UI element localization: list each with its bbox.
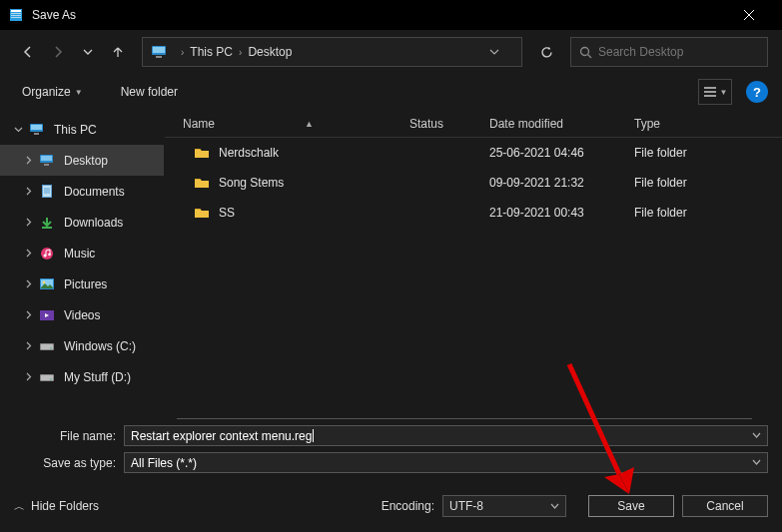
file-row[interactable]: Song Stems09-09-2021 21:32File folder	[165, 168, 782, 198]
filename-dropdown[interactable]	[752, 431, 761, 440]
svg-rect-20	[44, 164, 49, 166]
nav-item-music[interactable]: Music	[0, 238, 164, 268]
file-row[interactable]: Nerdschalk25-06-2021 04:46File folder	[165, 138, 782, 168]
nav-item-downloads[interactable]: Downloads	[0, 207, 164, 238]
close-button[interactable]	[727, 0, 772, 30]
fields-section: File name: Restart explorer context menu…	[0, 419, 782, 481]
file-name: Nerdschalk	[219, 146, 279, 160]
drive-icon	[38, 369, 56, 385]
window-title: Save As	[32, 8, 727, 22]
filename-label: File name:	[14, 429, 124, 443]
chevron-down-icon	[550, 502, 559, 511]
file-date: 21-09-2021 00:43	[489, 206, 634, 220]
expand-icon[interactable]	[24, 341, 38, 350]
svg-point-37	[50, 347, 52, 349]
save-button[interactable]: Save	[588, 495, 674, 517]
nav-label: Windows (C:)	[64, 339, 136, 353]
column-status[interactable]: Status	[409, 117, 489, 131]
svg-rect-4	[11, 17, 21, 18]
down-icon	[38, 215, 56, 231]
file-name: SS	[219, 206, 235, 220]
expand-icon[interactable]	[24, 218, 38, 227]
expand-icon[interactable]	[24, 279, 38, 288]
drive-icon	[38, 338, 56, 354]
collapse-icon[interactable]	[14, 125, 28, 134]
search-input[interactable]	[598, 45, 759, 59]
organize-menu[interactable]: Organize▼	[14, 79, 91, 105]
breadcrumb-desktop[interactable]: Desktop	[248, 45, 292, 59]
doc-icon	[38, 184, 56, 200]
breadcrumb-this-pc[interactable]: This PC	[190, 45, 233, 59]
organize-label: Organize	[22, 85, 71, 99]
nav-item-videos[interactable]: Videos	[0, 299, 164, 330]
view-options-button[interactable]: ▼	[698, 79, 732, 105]
column-name[interactable]: Name▲	[165, 117, 409, 131]
nav-label: This PC	[54, 123, 97, 137]
nav-label: My Stuff (D:)	[64, 370, 131, 384]
forward-button[interactable]	[44, 38, 72, 66]
nav-item-windows-c-[interactable]: Windows (C:)	[0, 330, 164, 361]
new-folder-button[interactable]: New folder	[113, 79, 186, 105]
recent-dropdown[interactable]	[74, 38, 102, 66]
svg-point-29	[48, 253, 51, 256]
pic-icon	[38, 276, 56, 292]
nav-item-documents[interactable]: Documents	[0, 176, 164, 207]
nav-this-pc[interactable]: This PC	[0, 114, 164, 145]
expand-icon[interactable]	[24, 310, 38, 319]
column-date[interactable]: Date modified	[489, 117, 634, 131]
up-button[interactable]	[104, 38, 132, 66]
nav-item-desktop[interactable]: Desktop	[0, 145, 164, 176]
expand-icon[interactable]	[24, 249, 38, 258]
address-bar[interactable]: › This PC › Desktop	[142, 37, 522, 67]
svg-point-32	[43, 280, 46, 283]
nav-toolbar: › This PC › Desktop	[0, 30, 782, 74]
help-button[interactable]: ?	[746, 81, 768, 103]
svg-point-40	[50, 378, 52, 380]
chevron-icon: ›	[239, 47, 242, 58]
search-box[interactable]	[570, 37, 768, 67]
refresh-button[interactable]	[532, 38, 560, 66]
nav-label: Documents	[64, 185, 125, 199]
nav-label: Videos	[64, 308, 100, 322]
pc-icon	[28, 122, 46, 138]
file-type: File folder	[634, 206, 782, 220]
savetype-dropdown[interactable]	[752, 458, 761, 467]
filename-input[interactable]: Restart explorer context menu.reg	[124, 425, 768, 446]
back-button[interactable]	[14, 38, 42, 66]
svg-rect-8	[153, 47, 165, 53]
titlebar: Save As	[0, 0, 782, 30]
expand-icon[interactable]	[24, 156, 38, 165]
music-icon	[38, 246, 56, 262]
toolbar: Organize▼ New folder ▼ ?	[0, 74, 782, 110]
svg-rect-9	[156, 56, 162, 58]
text-caret	[313, 429, 314, 442]
chevron-up-icon: ︿	[14, 499, 25, 514]
file-name: Song Stems	[219, 176, 284, 190]
encoding-select[interactable]: UTF-8	[442, 495, 566, 517]
hide-folders-button[interactable]: ︿Hide Folders	[14, 499, 99, 514]
file-row[interactable]: SS21-09-2021 00:43File folder	[165, 198, 782, 228]
app-icon	[10, 8, 24, 22]
savetype-value: All Files (*.*)	[131, 456, 197, 470]
svg-point-10	[581, 47, 589, 55]
savetype-select[interactable]: All Files (*.*)	[124, 452, 768, 473]
nav-label: Pictures	[64, 277, 107, 291]
svg-rect-1	[11, 10, 21, 12]
svg-point-27	[41, 248, 53, 260]
expand-icon[interactable]	[24, 187, 38, 196]
cancel-button[interactable]: Cancel	[682, 495, 768, 517]
encoding-label: Encoding:	[382, 499, 434, 513]
svg-rect-16	[31, 125, 42, 130]
nav-label: Music	[64, 247, 95, 261]
nav-item-my-stuff-d-[interactable]: My Stuff (D:)	[0, 361, 164, 392]
column-type[interactable]: Type	[634, 117, 782, 131]
pc-icon	[151, 45, 169, 59]
file-type: File folder	[634, 146, 782, 160]
folder-icon	[193, 145, 211, 161]
vid-icon	[38, 307, 56, 323]
footer: ︿Hide Folders Encoding: UTF-8 Save Cance…	[0, 481, 782, 531]
nav-tree: This PC DesktopDocumentsDownloadsMusicPi…	[0, 110, 165, 419]
address-dropdown[interactable]	[489, 47, 513, 57]
expand-icon[interactable]	[24, 372, 38, 381]
nav-item-pictures[interactable]: Pictures	[0, 268, 164, 299]
